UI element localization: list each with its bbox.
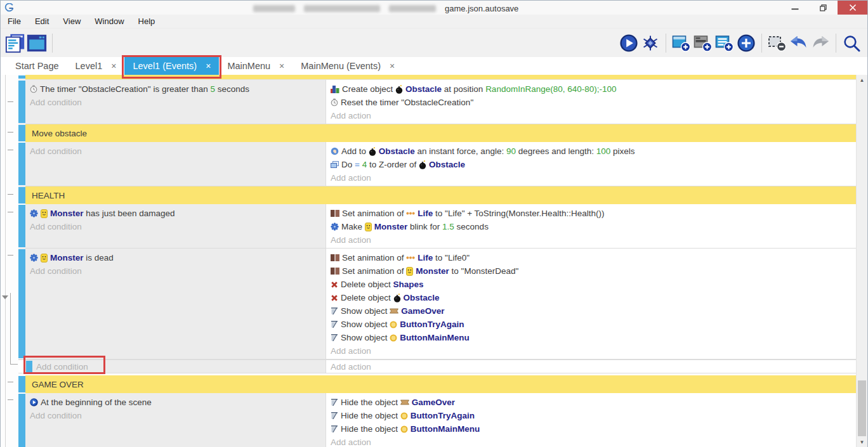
event-drag-bar[interactable] [18, 143, 25, 185]
event-drag-bar[interactable] [18, 205, 25, 247]
add-action-button[interactable]: Add action [326, 360, 856, 373]
condition-line[interactable]: Monster is dead [25, 251, 326, 264]
tab-level1-events[interactable]: Level1 (Events)× [124, 57, 219, 75]
action-line[interactable]: Show object ButtonMainMenu [326, 331, 856, 344]
action-line[interactable]: Hide the object ButtonMainMenu [326, 422, 856, 436]
add-event-button[interactable] [671, 32, 692, 55]
add-new-button[interactable] [735, 32, 757, 55]
action-line[interactable]: Delete object Shapes [326, 278, 856, 291]
tab-close-icon[interactable]: × [111, 61, 116, 71]
object-name: Monster [374, 222, 408, 231]
action-line[interactable]: Set animation of Life to "Life" + ToStri… [326, 207, 856, 220]
force-icon [331, 147, 339, 155]
object-name: ButtonMainMenu [411, 424, 480, 434]
condition-line[interactable]: Monster has just been damaged [25, 207, 326, 220]
visibility-icon [331, 411, 338, 420]
add-action-button[interactable]: Add action [326, 344, 856, 358]
delete-icon [331, 294, 338, 302]
window-title-text: game.json.autosave [445, 4, 518, 13]
text-segment: Add to [341, 146, 369, 156]
events-gutter [1, 75, 18, 447]
add-action-button[interactable]: Add action [326, 109, 856, 122]
text-segment: Reset the timer "ObstacleCreation" [341, 98, 473, 107]
comment-label[interactable]: GAME OVER [25, 375, 856, 393]
add-condition-button[interactable]: Add condition [25, 145, 326, 158]
visibility-icon [331, 307, 338, 315]
comment-partial-band [25, 75, 856, 79]
action-line[interactable]: Create object Obstacle at position Rando… [326, 82, 856, 96]
scrollbar-track[interactable] [857, 85, 867, 437]
condition-line[interactable]: The timer "ObstacleCreation" is greater … [25, 82, 326, 96]
event-drag-bar[interactable] [18, 249, 25, 358]
condition-line[interactable]: At the beginning of the scene [25, 396, 326, 409]
add-condition-button[interactable]: Add condition [25, 220, 326, 233]
toolbar-separator [761, 34, 762, 53]
conditions-panel: At the beginning of the sceneAdd conditi… [25, 393, 326, 447]
scrollbar-thumb[interactable] [858, 380, 866, 436]
action-line[interactable]: Show object GameOver [326, 304, 856, 318]
action-line[interactable]: Set animation of Monster to "MonsterDead… [326, 264, 856, 278]
zorder-icon [331, 161, 339, 169]
event-drag-bar[interactable] [18, 187, 25, 204]
tab-mainmenu-events[interactable]: MainMenu (Events)× [293, 57, 403, 75]
action-line[interactable]: Show object ButtonTryAgain [326, 318, 856, 331]
add-action-button[interactable]: Add action [326, 171, 856, 185]
menu-window[interactable]: Window [88, 15, 131, 28]
event-drag-bar[interactable] [18, 125, 25, 141]
play-button[interactable] [618, 32, 640, 55]
monster-icon [41, 254, 48, 262]
text-segment: to "Life0" [433, 253, 470, 262]
menu-file[interactable]: File [1, 15, 28, 28]
scroll-up-arrow[interactable]: ▲ [857, 75, 867, 85]
menu-edit[interactable]: Edit [28, 15, 56, 28]
event-drag-bar[interactable] [18, 394, 25, 447]
add-action-button[interactable]: Add action [326, 436, 856, 447]
project-manager-button[interactable] [4, 32, 26, 55]
redo-button[interactable] [810, 32, 831, 55]
close-button[interactable] [838, 1, 867, 15]
event-monster-dead: Monster is deadAdd conditionSet animatio… [18, 249, 856, 360]
tab-close-icon[interactable]: × [206, 61, 211, 71]
debug-button[interactable] [640, 32, 661, 55]
menu-help[interactable]: Help [131, 15, 162, 28]
text-segment: to "MonsterDead" [449, 266, 518, 276]
add-condition-button[interactable]: Add condition [34, 360, 88, 373]
add-subevent-button[interactable] [692, 32, 714, 55]
subevent-drag-bar[interactable] [26, 361, 32, 372]
minimize-button[interactable] [780, 1, 809, 15]
add-condition-button[interactable]: Add condition [25, 409, 326, 422]
action-line[interactable]: Reset the timer "ObstacleCreation" [326, 96, 856, 109]
timer-icon [331, 98, 338, 107]
tab-close-icon[interactable]: × [279, 61, 284, 71]
action-line[interactable]: Delete object Obstacle [326, 291, 856, 304]
comment-label[interactable]: HEALTH [25, 186, 856, 204]
tab-close-icon[interactable]: × [390, 61, 395, 71]
add-condition-button[interactable]: Add condition [25, 96, 326, 109]
tab-mainmenu[interactable]: MainMenu× [219, 57, 293, 75]
vertical-scrollbar[interactable]: ▲ ▼ [856, 75, 867, 447]
action-line[interactable]: Hide the object ButtonTryAgain [326, 409, 856, 422]
tab-level1[interactable]: Level1× [67, 57, 125, 75]
delete-event-button[interactable] [766, 32, 788, 55]
search-button[interactable] [841, 32, 862, 55]
action-line[interactable]: Do = 4 to Z-order of Obstacle [326, 158, 856, 171]
event-drag-bar[interactable] [18, 81, 25, 123]
restore-button[interactable] [809, 1, 838, 15]
add-action-button[interactable]: Add action [326, 233, 856, 247]
action-line[interactable]: Hide the object GameOver [326, 396, 856, 409]
event-drag-bar[interactable] [18, 75, 25, 79]
collapse-arrow-icon[interactable] [2, 295, 8, 299]
action-line[interactable]: Make Monster blink for 1.5 seconds [326, 220, 856, 233]
action-line[interactable]: Add to Obstacle an instant force, angle:… [326, 145, 856, 158]
window-title: game.json.autosave [253, 4, 518, 13]
tab-start-page[interactable]: Start Page [7, 57, 67, 75]
scroll-down-arrow[interactable]: ▼ [857, 437, 867, 447]
undo-button[interactable] [788, 32, 810, 55]
action-line[interactable]: Set animation of Life to "Life0" [326, 251, 856, 264]
comment-label[interactable]: Move obstacle [25, 124, 856, 142]
scene-editor-button[interactable] [26, 32, 48, 55]
menu-view[interactable]: View [56, 15, 88, 28]
event-drag-bar[interactable] [18, 376, 25, 392]
add-comment-button[interactable] [714, 32, 735, 55]
add-condition-button[interactable]: Add condition [25, 264, 326, 278]
